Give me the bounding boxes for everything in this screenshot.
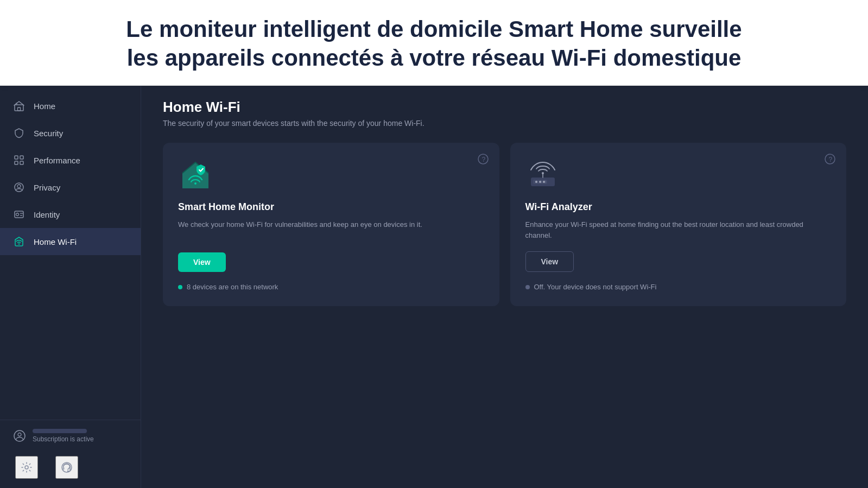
- svg-point-33: [543, 181, 545, 183]
- app-wrapper: Home Security: [0, 86, 868, 488]
- smart-home-status-dot: [178, 285, 182, 289]
- sidebar-item-privacy[interactable]: Privacy: [0, 174, 141, 201]
- sidebar-item-identity[interactable]: Identity: [0, 201, 141, 228]
- user-info: Subscription is active: [33, 429, 94, 443]
- svg-point-10: [16, 213, 19, 216]
- settings-button[interactable]: [15, 456, 38, 479]
- wifi-analyzer-view-button[interactable]: View: [525, 251, 574, 272]
- svg-rect-19: [69, 467, 71, 470]
- sidebar-item-performance-label: Performance: [34, 156, 80, 165]
- svg-rect-2: [16, 103, 17, 105]
- page-subtitle: The security of your smart devices start…: [163, 119, 846, 128]
- sidebar-item-home[interactable]: Home: [0, 92, 141, 119]
- main-content: Home Wi-Fi The security of your smart de…: [141, 86, 868, 488]
- svg-rect-18: [63, 467, 65, 470]
- sidebar-nav: Home Security: [0, 86, 141, 420]
- smart-home-status-text: 8 devices are on this network: [187, 283, 278, 291]
- wifi-analyzer-status-text: Off. Your device does not support Wi-Fi: [534, 283, 657, 291]
- svg-rect-5: [15, 161, 18, 164]
- identity-icon: [13, 208, 25, 220]
- sidebar-item-home-wifi[interactable]: Home Wi-Fi: [0, 228, 141, 255]
- svg-rect-1: [18, 107, 21, 111]
- wifi-analyzer-help-icon[interactable]: ?: [825, 154, 835, 164]
- smart-home-icon: [178, 158, 213, 193]
- smart-home-help-icon[interactable]: ?: [478, 154, 489, 164]
- svg-point-32: [539, 181, 541, 183]
- privacy-icon: [13, 181, 25, 193]
- svg-point-14: [18, 433, 21, 436]
- svg-point-23: [194, 182, 197, 185]
- user-avatar-icon: [13, 429, 26, 442]
- top-banner: Le moniteur intelligent de domicile Smar…: [0, 0, 868, 86]
- sidebar-item-privacy-label: Privacy: [34, 183, 60, 192]
- support-button[interactable]: [55, 456, 78, 479]
- smart-home-monitor-card: ?: [163, 143, 499, 306]
- smart-home-monitor-title: Smart Home Monitor: [178, 201, 484, 213]
- user-item: Subscription is active: [13, 429, 128, 443]
- sidebar: Home Security: [0, 86, 141, 488]
- svg-point-20: [67, 471, 68, 472]
- svg-text:?: ?: [481, 156, 485, 163]
- svg-point-8: [17, 185, 21, 188]
- page-title: Home Wi-Fi: [163, 99, 846, 116]
- subscription-bar: [33, 429, 87, 433]
- sidebar-item-performance[interactable]: Performance: [0, 147, 141, 174]
- smart-home-view-button[interactable]: View: [178, 252, 226, 272]
- svg-rect-6: [20, 161, 23, 164]
- home-wifi-icon: [13, 236, 25, 248]
- sidebar-item-home-label: Home: [34, 102, 55, 111]
- sidebar-footer: Subscription is active: [0, 420, 141, 488]
- wifi-analyzer-desc: Enhance your Wi-Fi speed at home finding…: [525, 219, 832, 240]
- footer-icons: [13, 456, 128, 479]
- home-icon: [13, 100, 25, 112]
- sidebar-item-security[interactable]: Security: [0, 119, 141, 147]
- security-icon: [13, 127, 25, 139]
- svg-rect-4: [20, 156, 23, 159]
- wifi-analyzer-status: Off. Your device does not support Wi-Fi: [525, 283, 832, 291]
- svg-point-34: [542, 172, 544, 174]
- svg-point-31: [535, 181, 537, 183]
- sidebar-item-security-label: Security: [34, 129, 63, 138]
- wifi-analyzer-status-dot: [525, 285, 530, 289]
- svg-text:?: ?: [829, 156, 833, 163]
- sidebar-item-identity-label: Identity: [34, 210, 60, 219]
- wifi-analyzer-icon: [525, 158, 560, 193]
- wifi-analyzer-title: Wi-Fi Analyzer: [525, 201, 832, 213]
- smart-home-status: 8 devices are on this network: [178, 283, 484, 291]
- performance-icon: [13, 154, 25, 166]
- sidebar-item-home-wifi-label: Home Wi-Fi: [34, 237, 77, 246]
- svg-rect-3: [15, 156, 18, 159]
- wifi-analyzer-card: ?: [510, 143, 847, 306]
- smart-home-monitor-desc: We check your home Wi-Fi for vulnerabili…: [178, 219, 484, 242]
- svg-point-15: [25, 466, 28, 469]
- cards-grid: ?: [163, 143, 846, 306]
- banner-title: Le moniteur intelligent de domicile Smar…: [22, 15, 846, 72]
- subscription-label: Subscription is active: [33, 435, 94, 443]
